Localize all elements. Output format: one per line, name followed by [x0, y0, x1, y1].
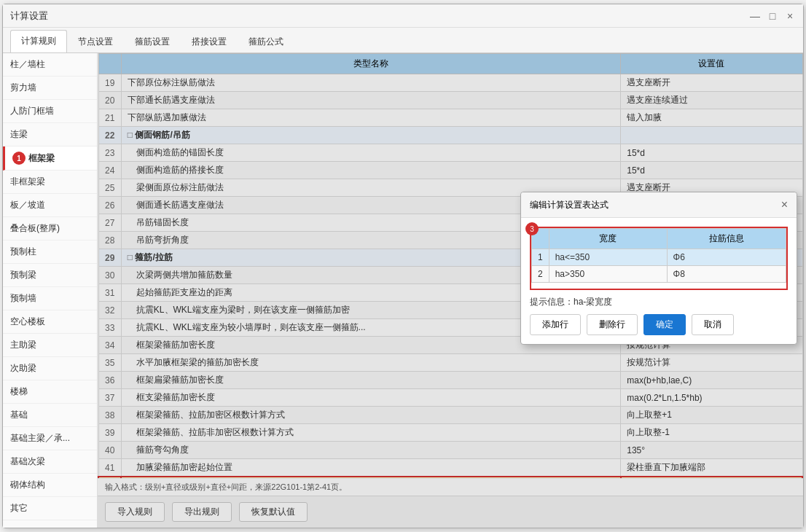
- dialog-close-button[interactable]: ×: [781, 198, 788, 211]
- dialog-table-row[interactable]: 1 ha<=350 Φ6: [532, 249, 786, 266]
- add-row-button[interactable]: 添加行: [530, 314, 581, 335]
- badge-3: 3: [525, 222, 539, 235]
- sidebar-item-precast-column[interactable]: 预制柱: [3, 240, 97, 264]
- sidebar-item-found-main-beam[interactable]: 基础主梁／承...: [3, 427, 97, 450]
- badge-1: 1: [12, 152, 26, 165]
- sidebar: 柱／墙柱 剪力墙 人防门框墙 连梁 1框架梁 非框架梁 板／坡道 叠合板(整厚)…: [3, 53, 98, 528]
- main-area: 类型名称 设置值 19 下部原位标注纵筋做法 遇支座断开 20 下部通长筋遇支座…: [98, 53, 803, 528]
- maximize-button[interactable]: □: [767, 10, 778, 22]
- confirm-button[interactable]: 确定: [643, 314, 686, 335]
- dialog-title-bar: 编辑计算设置表达式 ×: [521, 192, 797, 218]
- dialog-title-text: 编辑计算设置表达式: [530, 199, 609, 211]
- dialog-hint: 提示信息：ha-梁宽度: [530, 296, 788, 308]
- sidebar-item-stair[interactable]: 楼梯: [3, 380, 97, 404]
- sidebar-item-slab[interactable]: 板／坡道: [3, 194, 97, 217]
- tab-node-settings[interactable]: 节点设置: [67, 31, 124, 52]
- dialog-col-width: 宽度: [549, 229, 667, 249]
- dialog-col-lajin: 拉筋信息: [667, 229, 786, 249]
- sidebar-item-frame-beam[interactable]: 1框架梁: [3, 146, 97, 171]
- tab-calc-rules[interactable]: 计算规则: [10, 30, 67, 52]
- dialog: 编辑计算设置表达式 × 3 宽度 拉筋信息: [520, 192, 797, 345]
- close-button[interactable]: ×: [784, 10, 796, 22]
- sidebar-item-beam[interactable]: 连梁: [3, 123, 97, 146]
- sidebar-item-main-rib[interactable]: 主助梁: [3, 334, 97, 357]
- window-controls: — □ ×: [749, 10, 796, 22]
- dialog-table-row[interactable]: 2 ha>350 Φ8: [532, 266, 786, 283]
- tab-stirrup-formula[interactable]: 箍筋公式: [238, 31, 294, 52]
- tab-bar: 计算规则 节点设置 箍筋设置 搭接设置 箍筋公式: [3, 28, 803, 53]
- sidebar-item-other[interactable]: 其它: [3, 497, 97, 520]
- sidebar-item-non-frame-beam[interactable]: 非框架梁: [3, 171, 97, 194]
- sidebar-item-found-sec-beam[interactable]: 基础次梁: [3, 450, 97, 474]
- sidebar-item-hollow-slab[interactable]: 空心楼板: [3, 310, 97, 334]
- sidebar-item-masonry[interactable]: 砌体结构: [3, 474, 97, 497]
- sidebar-item-shear-wall[interactable]: 剪力墙: [3, 77, 97, 100]
- sidebar-item-column[interactable]: 柱／墙柱: [3, 53, 97, 77]
- dialog-buttons: 添加行 删除行 确定 取消: [530, 314, 788, 335]
- content-area: 柱／墙柱 剪力墙 人防门框墙 连梁 1框架梁 非框架梁 板／坡道 叠合板(整厚)…: [3, 53, 803, 528]
- sidebar-item-composite-slab[interactable]: 叠合板(整厚): [3, 217, 97, 240]
- sidebar-item-air-defense[interactable]: 人防门框墙: [3, 100, 97, 123]
- sidebar-item-foundation[interactable]: 基础: [3, 404, 97, 427]
- dialog-body: 3 宽度 拉筋信息 1: [521, 218, 797, 344]
- title-bar: 计算设置 — □ ×: [3, 4, 803, 28]
- tab-splice-settings[interactable]: 搭接设置: [181, 31, 238, 52]
- sidebar-item-precast-beam[interactable]: 预制梁: [3, 264, 97, 287]
- cancel-button[interactable]: 取消: [692, 314, 734, 335]
- dialog-table: 宽度 拉筋信息 1 ha<=350 Φ6: [531, 228, 786, 283]
- dialog-table-wrapper: 3 宽度 拉筋信息 1: [530, 227, 788, 290]
- sidebar-item-sec-rib[interactable]: 次助梁: [3, 357, 97, 380]
- window-title: 计算设置: [10, 9, 48, 23]
- delete-row-button[interactable]: 删除行: [587, 314, 638, 335]
- minimize-button[interactable]: —: [749, 10, 761, 22]
- main-window: 计算设置 — □ × 计算规则 节点设置 箍筋设置 搭接设置 箍筋公式 柱／墙柱…: [2, 4, 804, 528]
- tab-stirrup-settings[interactable]: 箍筋设置: [124, 31, 181, 52]
- sidebar-item-precast-wall[interactable]: 预制墙: [3, 287, 97, 310]
